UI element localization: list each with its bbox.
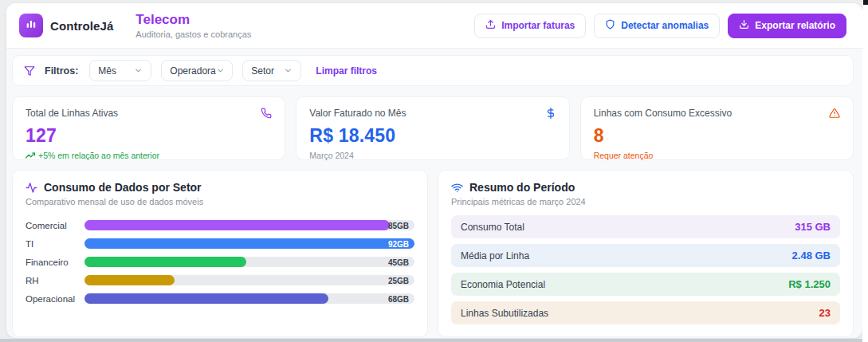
chevron-down-icon: [216, 66, 225, 75]
import-invoices-label: Importar faturas: [501, 20, 575, 31]
stat-card-excessive-consumption: Linhas com Consumo Excessivo 8 Requer at…: [580, 96, 854, 160]
carrier-select[interactable]: Operadora: [161, 60, 233, 81]
upload-icon: [485, 19, 496, 32]
page-subtitle: Auditoria, gastos e cobranças: [136, 29, 251, 39]
bar-track: 25GB: [84, 275, 414, 285]
panels-row: Consumo de Dados por Setor Comparativo m…: [12, 170, 854, 337]
bar-fill: [84, 238, 414, 249]
app-header: ControleJá Telecom Auditoria, gastos e c…: [6, 3, 862, 49]
stat-sub: Requer atenção: [594, 151, 840, 160]
clear-filters-link[interactable]: Limpar filtros: [316, 65, 377, 77]
stat-sub-text: +5% em relação ao mês anterior: [38, 151, 159, 160]
summary-label: Economia Potencial: [461, 279, 545, 290]
bar-category: RH: [26, 276, 84, 285]
chart-title-row: Consumo de Dados por Setor: [26, 181, 414, 194]
bar-row-rh: RH 25GB: [26, 271, 414, 289]
bar-category: Operacional: [26, 294, 84, 304]
bar-chart-icon: [25, 18, 37, 33]
app-window: ControleJá Telecom Auditoria, gastos e c…: [0, 0, 868, 342]
detect-anomalies-button[interactable]: Detectar anomalias: [594, 14, 720, 38]
bar-fill: [84, 293, 328, 304]
summary-value: 23: [819, 307, 831, 319]
period-summary-panel: Resumo do Período Principais métricas de…: [438, 170, 854, 337]
summary-label: Consumo Total: [461, 222, 524, 233]
phone-icon: [261, 108, 272, 122]
dashboard-page: ControleJá Telecom Auditoria, gastos e c…: [6, 3, 862, 338]
page-title-block: Telecom Auditoria, gastos e cobranças: [136, 12, 251, 39]
sector-select-value: Setor: [251, 65, 274, 77]
bar-track: 45GB: [84, 257, 414, 267]
carrier-select-value: Operadora: [170, 65, 215, 77]
download-icon: [739, 19, 749, 32]
summary-row-media-por-linha: Média por Linha 2.48 GB: [451, 244, 840, 267]
bar-fill: [84, 275, 175, 285]
dashboard-content: Filtros: Mês Operadora Setor: [6, 49, 862, 337]
month-select[interactable]: Mês: [89, 60, 151, 81]
import-invoices-button[interactable]: Importar faturas: [474, 14, 586, 38]
bar-value: 25GB: [388, 276, 409, 285]
corner-artifact: [863, 0, 868, 5]
shield-icon: [605, 19, 615, 32]
stat-trend: +5% em relação ao mês anterior: [26, 151, 272, 160]
dollar-icon: [545, 108, 556, 122]
chevron-down-icon: [284, 66, 293, 75]
chevron-down-icon: [134, 66, 143, 75]
bar-category: Financeiro: [26, 257, 84, 267]
export-report-label: Exportar relatório: [755, 20, 835, 31]
summary-title: Resumo do Período: [469, 181, 575, 194]
funnel-icon: [24, 65, 35, 77]
bar-row-ti: TI 92GB: [26, 234, 414, 253]
summary-subtitle: Principais métricas de março 2024: [451, 197, 840, 206]
stat-card-active-lines: Total de Linhas Ativas 127 +5% em relaçã…: [12, 96, 285, 160]
header-actions: Importar faturas Detectar anomalias Expo…: [474, 14, 846, 38]
stat-cards: Total de Linhas Ativas 127 +5% em relaçã…: [12, 96, 854, 160]
summary-value: 2.48 GB: [792, 250, 831, 261]
bar-track: 68GB: [84, 293, 414, 304]
trending-up-icon: [26, 151, 35, 160]
stat-sub: Março 2024: [309, 151, 556, 160]
summary-label: Linhas Subutilizadas: [461, 308, 548, 319]
summary-label: Média por Linha: [461, 250, 529, 261]
stat-value: 8: [594, 125, 840, 147]
app-logo: [19, 14, 43, 37]
data-consumption-panel: Consumo de Dados por Setor Comparativo m…: [12, 170, 428, 337]
wifi-icon: [451, 182, 463, 194]
summary-value: R$ 1.250: [788, 278, 831, 290]
summary-row-economia-potencial: Economia Potencial R$ 1.250: [451, 273, 840, 296]
bar-value: 68GB: [388, 294, 409, 303]
bar-row-financeiro: Financeiro 45GB: [26, 253, 414, 271]
summary-row-linhas-subutilizadas: Linhas Subutilizadas 23: [451, 301, 840, 324]
bar-category: Comercial: [26, 221, 84, 230]
summary-title-row: Resumo do Período: [451, 181, 840, 194]
sector-select[interactable]: Setor: [242, 60, 301, 81]
stat-value: 127: [26, 125, 272, 147]
bar-category: TI: [26, 239, 84, 249]
bar-row-operacional: Operacional 68GB: [26, 289, 414, 308]
stat-value: R$ 18.450: [309, 125, 556, 147]
bar-chart: Comercial 85GB TI 92GB: [26, 216, 414, 308]
stat-card-billed-value: Valor Faturado no Mês R$ 18.450 Março 20…: [296, 96, 569, 160]
detect-anomalies-label: Detectar anomalias: [621, 20, 709, 31]
summary-row-consumo-total: Consumo Total 315 GB: [451, 215, 840, 238]
bar-track: 92GB: [84, 238, 414, 249]
bottom-edge: [0, 339, 862, 342]
summary-rows: Consumo Total 315 GB Média por Linha 2.4…: [451, 215, 840, 324]
export-report-button[interactable]: Exportar relatório: [728, 14, 846, 38]
stat-label: Valor Faturado no Mês: [309, 108, 406, 119]
stat-sub-text: Requer atenção: [594, 151, 654, 160]
activity-icon: [26, 182, 37, 194]
filters-label: Filtros:: [45, 65, 78, 77]
chart-subtitle: Comparativo mensal de uso de dados móvei…: [26, 197, 414, 206]
bar-fill: [84, 257, 246, 267]
bar-value: 45GB: [388, 257, 409, 266]
bar-track: 85GB: [84, 220, 414, 230]
chart-title: Consumo de Dados por Setor: [44, 181, 202, 194]
stat-label: Total de Linhas Ativas: [26, 108, 118, 119]
stat-sub-text: Março 2024: [309, 151, 353, 160]
right-gutter: [862, 0, 868, 342]
page-title: Telecom: [136, 12, 251, 28]
stat-label: Linhas com Consumo Excessivo: [594, 108, 732, 119]
bar-value: 85GB: [388, 221, 409, 230]
brand-name: ControleJá: [50, 19, 113, 33]
summary-value: 315 GB: [795, 221, 831, 233]
